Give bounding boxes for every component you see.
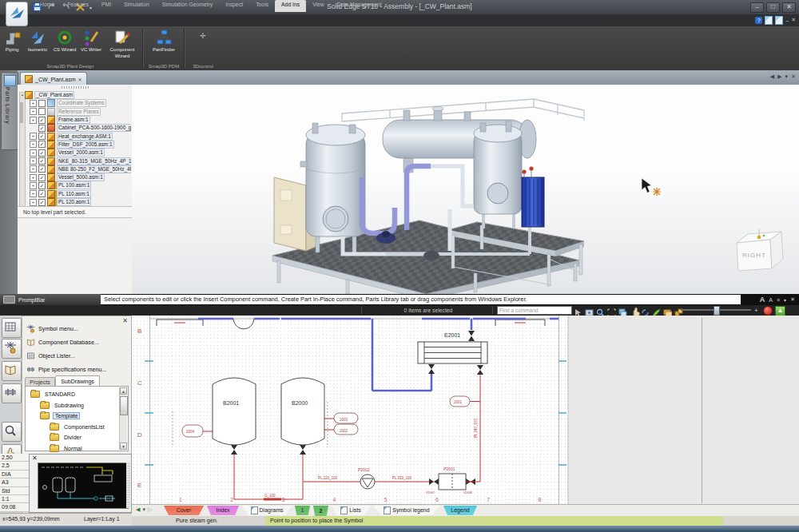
- tree-item-filter-dsf-2005-asm-1[interactable]: +✓Filter_DSF_2005.asm:1: [25, 141, 131, 149]
- tool-catalog-button[interactable]: [2, 361, 22, 381]
- fit-icon[interactable]: [607, 306, 616, 315]
- sheet-tab-diagrams[interactable]: Diagrams: [242, 506, 292, 515]
- pan-icon[interactable]: [630, 306, 638, 315]
- checkbox[interactable]: ✓: [38, 125, 46, 132]
- preview-scrollbar[interactable]: [126, 462, 130, 508]
- partfinder-button[interactable]: PartFinder: [145, 26, 182, 62]
- tool-grid-button[interactable]: [2, 318, 22, 338]
- component-wizard-button[interactable]: Component Wizard: [104, 26, 141, 62]
- folder-template[interactable]: Template: [30, 411, 128, 422]
- menu-component-database[interactable]: Component Database...: [26, 336, 99, 348]
- expand-icon[interactable]: +: [30, 133, 37, 140]
- folder-divider[interactable]: Divider: [30, 432, 128, 443]
- scroll-thumb[interactable]: [20, 102, 23, 123]
- folder-standard[interactable]: STANDARD: [30, 389, 128, 400]
- checkbox[interactable]: ✓: [38, 182, 46, 189]
- ribbon-tab-features[interactable]: Features: [61, 0, 95, 12]
- sheet2-icon[interactable]: [775, 16, 783, 25]
- ribbon-tab-inspect[interactable]: Inspect: [219, 0, 249, 12]
- folder-subdrawing[interactable]: Subdrawing: [30, 400, 128, 411]
- checkbox[interactable]: ✓: [38, 141, 46, 148]
- parts-library-tab[interactable]: Parts Library: [1, 72, 18, 150]
- scroll-up-icon[interactable]: ▲: [120, 387, 127, 395]
- document-tab-close-icon[interactable]: ✕: [78, 77, 82, 82]
- sheet-tab-symbol-legend[interactable]: Symbol legend: [373, 506, 440, 515]
- expand-icon[interactable]: +: [30, 117, 37, 124]
- checkbox[interactable]: ✓: [38, 133, 46, 140]
- cs-wizard-button[interactable]: CS Wizard: [51, 26, 78, 62]
- tree-item-coordinate-systems[interactable]: +Coordinate Systems: [25, 99, 131, 107]
- ribbon-minimize-icon[interactable]: –: [785, 18, 789, 23]
- scroll-thumb[interactable]: [120, 396, 128, 415]
- expand-icon[interactable]: +: [30, 141, 37, 148]
- tab-close-icon[interactable]: ✕: [791, 73, 796, 80]
- ribbon-close-icon[interactable]: ✕: [791, 17, 796, 23]
- sheet-tab-lists[interactable]: Lists: [332, 506, 370, 515]
- 3d-viewport[interactable]: RIGHT: [132, 85, 799, 294]
- ribbon-tab-simulation[interactable]: Simulation: [117, 0, 156, 12]
- panel-close-icon[interactable]: ✕: [122, 317, 128, 324]
- scroll-down-icon[interactable]: ▼: [120, 443, 127, 450]
- tool-symbols-button[interactable]: [2, 339, 22, 359]
- tree-item-pl-110-asm-1[interactable]: +✓PL 110.asm:1: [25, 190, 131, 198]
- sketch-icon[interactable]: [652, 306, 661, 315]
- tree-item-cabinet-pca-500-1600-1900-grey-par-1[interactable]: +✓Cabinet_PCA-500-1600-1900_grey.par:1: [25, 124, 131, 132]
- collapse-icon[interactable]: ▾: [784, 297, 786, 303]
- menu-object-lister[interactable]: Object Lister...: [26, 350, 75, 362]
- tree-item-pl-120-asm-1[interactable]: +✓PL 120.asm:1: [25, 198, 131, 206]
- isometric-button[interactable]: Isometric: [24, 26, 51, 62]
- tree-item-heat-exchange-asm-1[interactable]: +✓Heat_exchange.ASM:1: [25, 132, 131, 140]
- preview-canvas[interactable]: [38, 463, 129, 509]
- zoom-in-icon[interactable]: +: [754, 307, 758, 314]
- record-icon[interactable]: [763, 306, 773, 316]
- filter-symbol[interactable]: [439, 474, 466, 490]
- exchanger-symbol[interactable]: [418, 342, 487, 363]
- sheet-icon[interactable]: [765, 16, 773, 25]
- tool-zoom-button[interactable]: [2, 422, 22, 442]
- tab-scroll-left-icon[interactable]: ◀: [770, 73, 774, 80]
- tab-subdrawings[interactable]: SubDrawings: [55, 375, 100, 387]
- expand-icon[interactable]: +: [30, 100, 37, 107]
- app-logo[interactable]: [6, 2, 28, 26]
- expand-icon[interactable]: +: [30, 174, 37, 181]
- checkbox[interactable]: [38, 108, 46, 115]
- close-button[interactable]: ✕: [782, 2, 796, 13]
- checkbox[interactable]: ✓: [38, 174, 46, 181]
- checkbox[interactable]: ✓: [38, 165, 46, 173]
- panel-grip[interactable]: [62, 86, 90, 89]
- sheet-tab-cover[interactable]: Cover: [164, 506, 204, 515]
- sheet-tab-legend[interactable]: Legend: [443, 506, 477, 515]
- font-decrease-icon[interactable]: A: [769, 297, 773, 303]
- ribbon-tab-add-ins[interactable]: Add Ins: [275, 0, 306, 12]
- expand-icon[interactable]: +: [30, 182, 37, 189]
- sheet-tab-1[interactable]: 1: [295, 506, 310, 515]
- sheet-tab-2[interactable]: 2: [313, 506, 328, 516]
- ribbon-tab-simulation-geometry[interactable]: Simulation Geometry: [156, 0, 219, 12]
- vc-writer-button[interactable]: VC Writer: [78, 26, 104, 62]
- expand-icon[interactable]: +: [30, 149, 37, 157]
- checkbox[interactable]: [38, 100, 46, 107]
- expand-icon[interactable]: +: [30, 190, 37, 197]
- vessel-b2000-symbol[interactable]: [281, 378, 324, 445]
- tree-root-item[interactable]: _CW_Plant.asm: [25, 91, 131, 99]
- piping-button[interactable]: Piping: [0, 26, 24, 62]
- expand-icon[interactable]: +: [30, 199, 37, 206]
- checkbox[interactable]: ✓: [38, 149, 46, 157]
- folder-componentslist[interactable]: ComponentsList: [30, 422, 128, 433]
- tree-item-pl-100-asm-1[interactable]: +✓PL 100.asm:1: [25, 181, 131, 189]
- menu-symbol-menu[interactable]: Symbol menu...: [26, 323, 78, 335]
- list-icon[interactable]: ≡: [777, 297, 780, 303]
- blue-pipes[interactable]: [198, 319, 559, 391]
- folder-normal[interactable]: Normal: [30, 443, 128, 455]
- help-icon[interactable]: ?: [755, 17, 762, 24]
- select-arrow-icon[interactable]: [574, 306, 582, 315]
- ribbon-tab-pmi[interactable]: PMI: [95, 0, 117, 12]
- expand-icon[interactable]: +: [30, 165, 37, 173]
- zoom-tool-icon[interactable]: [596, 306, 605, 315]
- checkbox[interactable]: ✓: [38, 190, 46, 197]
- maximize-button[interactable]: □: [766, 2, 780, 13]
- ribbon-tab-tools[interactable]: Tools: [249, 0, 275, 12]
- ribbon-tab-view[interactable]: View: [306, 0, 331, 12]
- preview-close-icon[interactable]: ✕: [32, 455, 38, 462]
- tree-item-nke-80-315-mge-50hz-4p-18kw-asm-1[interactable]: +✓NKE_80-315_MGE_50Hz_4P_18kw.asm:1: [25, 157, 131, 165]
